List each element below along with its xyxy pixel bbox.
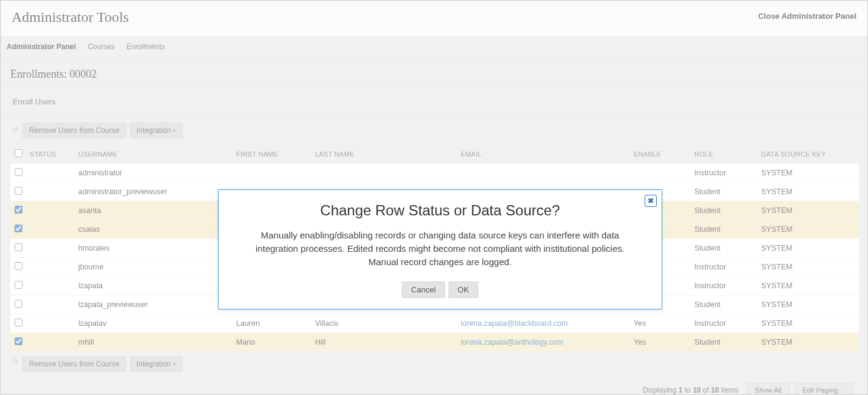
confirm-modal: ✖ Change Row Status or Data Source? Manu… — [218, 189, 662, 309]
modal-close-button[interactable]: ✖ — [645, 195, 657, 207]
modal-button-row: Cancel OK — [234, 282, 646, 298]
cancel-button[interactable]: Cancel — [402, 282, 444, 298]
close-icon: ✖ — [648, 197, 654, 205]
modal-body: Manually enabling/disabling records or c… — [234, 229, 646, 268]
ok-button[interactable]: OK — [449, 282, 478, 298]
app-window: Administrator Tools Close Administrator … — [0, 0, 868, 395]
modal-title: Change Row Status or Data Source? — [234, 202, 646, 219]
